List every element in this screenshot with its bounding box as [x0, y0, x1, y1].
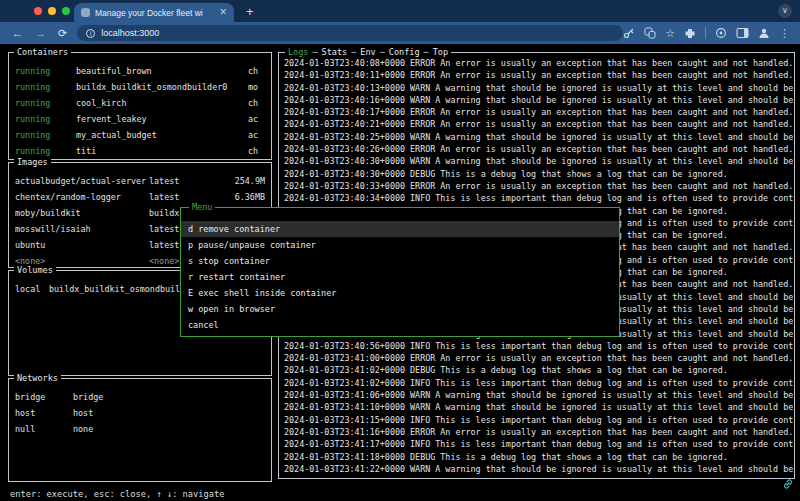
log-timestamp: 2024-01-03T23:41:18+0000: [284, 452, 405, 462]
log-level: ERROR: [410, 353, 435, 363]
tab-close-icon[interactable]: ✕: [219, 8, 227, 17]
container-name: my_actual_budget: [76, 130, 248, 140]
translate-icon[interactable]: [644, 27, 656, 39]
container-row[interactable]: runningbuildx_buildkit_osmondbuilder0mo: [10, 79, 270, 95]
log-level: WARN: [410, 464, 430, 474]
logs-tab[interactable]: Config: [376, 47, 420, 57]
image-name: actualbudget/actual-server: [15, 176, 149, 186]
browser-tabstrip: Manage your Docker fleet wi ✕ + ∨: [0, 0, 800, 22]
volume-driver: local: [15, 284, 49, 294]
menu-item[interactable]: w open in browser: [181, 301, 619, 317]
log-level: ERROR: [410, 107, 435, 117]
container-status: running: [15, 146, 76, 156]
log-message: A warning that should be ignored is usua…: [435, 156, 793, 166]
image-name: mosswill/isaiah: [15, 224, 149, 234]
menu-item[interactable]: p pause/unpause container: [181, 237, 619, 253]
container-status: running: [15, 130, 76, 140]
network-row[interactable]: hosthost: [10, 405, 270, 421]
image-row[interactable]: chentex/random-loggerlatest6.36MB: [10, 189, 270, 205]
log-timestamp: 2024-01-03T23:40:17+0000: [284, 107, 405, 117]
logs-tab[interactable]: Top: [420, 47, 448, 57]
tab-favicon-icon: [81, 8, 90, 17]
log-line: 2024-01-03T23:40:13+0000 WARN A warning …: [280, 82, 793, 94]
log-message: This is a debug log that shows a log tha…: [440, 452, 727, 462]
menu-item[interactable]: E exec shell inside container: [181, 285, 619, 301]
log-message: This is less important than debug log an…: [435, 193, 793, 203]
bookmark-star-icon[interactable]: ☆: [665, 27, 675, 39]
log-timestamp: 2024-01-03T23:40:30+0000: [284, 156, 405, 166]
log-timestamp: 2024-01-03T23:40:25+0000: [284, 132, 405, 142]
log-line: 2024-01-03T23:41:02+0000 INFO This is le…: [280, 377, 793, 389]
reload-button[interactable]: ⟳: [58, 22, 67, 44]
site-info-icon[interactable]: i: [86, 29, 95, 38]
log-level: ERROR: [410, 58, 435, 68]
window-maximize-button[interactable]: [62, 7, 70, 15]
window-close-button[interactable]: [34, 7, 42, 15]
log-line: 2024-01-03T23:41:00+0000 ERROR An error …: [280, 352, 793, 364]
new-tab-button[interactable]: +: [246, 3, 254, 20]
container-row[interactable]: runningcool_kirchch: [10, 95, 270, 111]
toolbar-icons: ☆ ⋮: [623, 27, 800, 39]
log-timestamp: 2024-01-03T23:41:10+0000: [284, 402, 405, 412]
back-button[interactable]: ←: [12, 22, 23, 44]
network-name: bridge: [15, 392, 73, 402]
window-minimize-button[interactable]: [48, 7, 56, 15]
forward-button[interactable]: →: [35, 22, 46, 44]
sync-icon[interactable]: [715, 27, 727, 39]
log-line: 2024-01-03T23:40:34+0000 INFO This is le…: [280, 192, 793, 204]
menu-item[interactable]: r restart container: [181, 269, 619, 285]
profile-avatar-icon[interactable]: [758, 27, 770, 39]
logs-tab[interactable]: Stats: [308, 47, 347, 57]
container-name: buildx_buildkit_osmondbuilder0: [76, 82, 248, 92]
networks-panel[interactable]: Networks bridgebridge hosthost nullnone: [8, 378, 272, 482]
link-icon[interactable]: [782, 478, 794, 490]
log-line: 2024-01-03T23:41:02+0000 DEBUG This is a…: [280, 364, 793, 376]
container-row[interactable]: runningtitich: [10, 143, 270, 158]
log-message: A warning that should be ignored is usua…: [435, 402, 793, 412]
container-row[interactable]: runningfervent_leakeyac: [10, 111, 270, 127]
log-line: 2024-01-03T23:41:15+0000 INFO This is le…: [280, 414, 793, 426]
log-message: This is a debug log that shows a log tha…: [440, 169, 727, 179]
container-row[interactable]: runningbeautiful_brownch: [10, 63, 270, 79]
log-message: An error is usually an exception that ha…: [440, 70, 793, 80]
menu-item[interactable]: cancel: [181, 317, 619, 333]
logs-tab[interactable]: Logs: [288, 47, 308, 57]
kebab-menu-icon[interactable]: ⋮: [779, 27, 790, 39]
extensions-icon[interactable]: [684, 27, 696, 39]
log-message: An error is usually an exception that ha…: [440, 107, 793, 117]
container-name: titi: [76, 146, 248, 156]
browser-tab[interactable]: Manage your Docker fleet wi ✕: [74, 3, 234, 22]
container-image: ch: [248, 146, 265, 156]
container-name: cool_kirch: [76, 98, 248, 108]
network-driver: bridge: [73, 392, 265, 402]
image-tag: latest: [149, 176, 235, 186]
menu-item[interactable]: s stop container: [181, 253, 619, 269]
log-timestamp: 2024-01-03T23:40:08+0000: [284, 58, 405, 68]
image-row[interactable]: actualbudget/actual-serverlatest254.9M: [10, 173, 270, 189]
log-level: WARN: [410, 402, 430, 412]
image-size: 254.9M: [235, 176, 265, 186]
password-key-icon[interactable]: [623, 27, 635, 39]
logs-tab[interactable]: Env: [347, 47, 375, 57]
log-message: An error is usually an exception that ha…: [440, 144, 793, 154]
log-message: A warning that should be ignored is usua…: [435, 95, 793, 105]
image-tag: latest: [149, 192, 235, 202]
menu-item[interactable]: d remove container: [181, 221, 619, 237]
log-message: This is a debug log that shows a log tha…: [440, 365, 727, 375]
log-timestamp: 2024-01-03T23:41:17+0000: [284, 439, 405, 449]
url-bar[interactable]: i localhost:3000: [77, 25, 623, 41]
network-row[interactable]: nullnone: [10, 421, 270, 437]
log-level: ERROR: [410, 427, 435, 437]
log-level: WARN: [410, 83, 430, 93]
log-line: 2024-01-03T23:41:18+0000 DEBUG This is a…: [280, 451, 793, 463]
tab-search-icon[interactable]: ∨: [778, 4, 792, 18]
log-timestamp: 2024-01-03T23:40:30+0000: [284, 169, 405, 179]
side-panel-icon[interactable]: [736, 27, 749, 39]
containers-panel[interactable]: Containers runningbeautiful_brownch runn…: [8, 52, 272, 160]
log-level: ERROR: [410, 144, 435, 154]
status-bar: enter: execute, esc: close, ↑ ↓: navigat…: [10, 489, 224, 499]
network-row[interactable]: bridgebridge: [10, 389, 270, 405]
container-row[interactable]: runningmy_actual_budgetac: [10, 127, 270, 143]
log-line: 2024-01-03T23:40:30+0000 DEBUG This is a…: [280, 168, 793, 180]
log-timestamp: 2024-01-03T23:40:16+0000: [284, 95, 405, 105]
